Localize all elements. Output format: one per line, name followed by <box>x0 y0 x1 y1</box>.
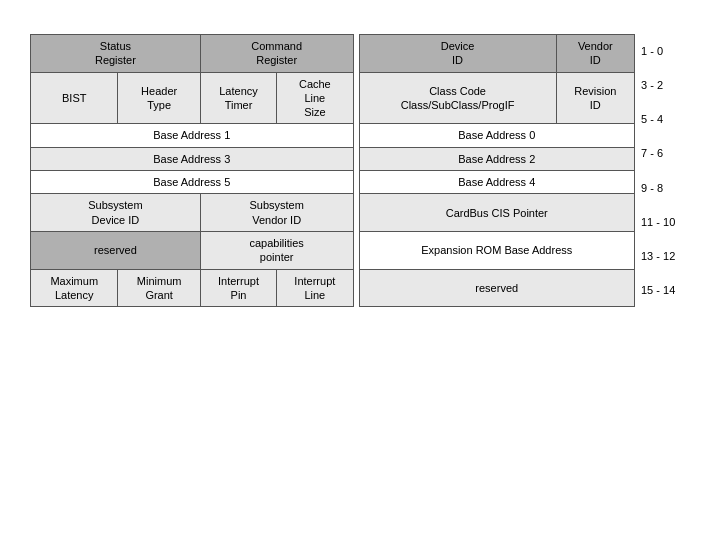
cell-row1-left-2: Latency Timer <box>200 72 276 124</box>
dwords-row3: 7 - 6 <box>635 136 690 170</box>
cell-row3-right-0: Base Address 2 <box>359 147 635 170</box>
cell-row4-left-0: Base Address 5 <box>31 171 354 194</box>
cell-row5-right-0: CardBus CIS Pointer <box>359 194 635 232</box>
cell-row4-right-0: Base Address 4 <box>359 171 635 194</box>
dwords-row7: 15 - 14 <box>635 273 690 307</box>
cell-row0-left-1: Command Register <box>200 35 353 73</box>
dwords-row4: 9 - 8 <box>635 171 690 205</box>
dwords-row2: 5 - 4 <box>635 102 690 136</box>
cell-row0-left-0: Status Register <box>31 35 201 73</box>
cell-row3-left-0: Base Address 3 <box>31 147 354 170</box>
cell-row6-right-0: Expansion ROM Base Address <box>359 231 635 269</box>
cell-row1-right-1: Revision ID <box>556 72 634 124</box>
cell-row6-left-1: capabilities pointer <box>200 231 353 269</box>
cell-row7-left-2: Interrupt Pin <box>200 269 276 307</box>
dwords-row5: 11 - 10 <box>635 205 690 239</box>
cell-row0-right-1: Vendor ID <box>556 35 634 73</box>
cell-row1-left-3: Cache Line Size <box>277 72 353 124</box>
cell-row5-left-0: Subsystem Device ID <box>31 194 201 232</box>
dwords-row1: 3 - 2 <box>635 68 690 102</box>
cell-row2-left-0: Base Address 1 <box>31 124 354 147</box>
cell-row0-right-0: Device ID <box>359 35 556 73</box>
cell-row7-left-3: Interrupt Line <box>277 269 353 307</box>
cell-row6-left-0: reserved <box>31 231 201 269</box>
cell-row1-left-0: BIST <box>31 72 118 124</box>
cell-row2-right-0: Base Address 0 <box>359 124 635 147</box>
cell-row5-left-1: Subsystem Vendor ID <box>200 194 353 232</box>
cell-row7-left-1: Minimum Grant <box>118 269 200 307</box>
dwords-row6: 13 - 12 <box>635 239 690 273</box>
cell-row7-left-0: Maximum Latency <box>31 269 118 307</box>
cell-row1-right-0: Class Code Class/SubClass/ProgIF <box>359 72 556 124</box>
dwords-row0: 1 - 0 <box>635 34 690 68</box>
cell-row1-left-1: Header Type <box>118 72 200 124</box>
cell-row7-right-0: reserved <box>359 269 635 307</box>
